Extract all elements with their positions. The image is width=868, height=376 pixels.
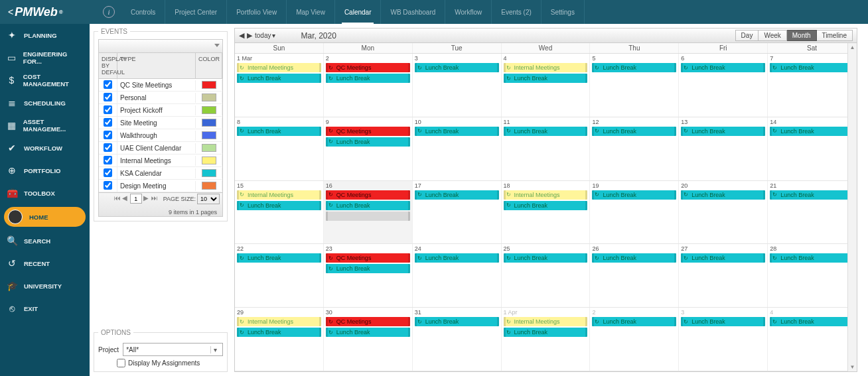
calendar-event[interactable]: ↻Lunch Break <box>592 317 676 326</box>
events-filter-row[interactable] <box>99 40 222 53</box>
calendar-day[interactable]: 1 Mar↻Internal Meetings↻Lunch Break <box>235 54 324 117</box>
calendar-day[interactable]: 4↻Internal Meetings↻Lunch Break <box>502 54 591 117</box>
calendar-day[interactable]: 12↻Lunch Break <box>590 117 679 180</box>
calendar-day[interactable]: 2↻QC Meetings↻Lunch Break <box>324 54 413 117</box>
calendar-event[interactable]: ↻QC Meetings <box>326 63 410 72</box>
col-type[interactable]: TYPE <box>117 53 196 78</box>
events-row[interactable]: Walkthrough <box>99 129 222 142</box>
calendar-day[interactable]: 29↻Internal Meetings↻Lunch Break <box>235 308 324 371</box>
calendar-event[interactable]: ↻QC Meetings <box>326 190 410 200</box>
calendar-event[interactable]: ↻Lunch Break <box>681 317 765 326</box>
calendar-day[interactable]: 18↻Internal Meetings↻Lunch Break <box>502 181 591 244</box>
calendar-day[interactable]: 6↻Lunch Break <box>679 54 768 117</box>
calendar-event[interactable]: ↻Internal Meetings <box>504 63 588 72</box>
calendar-event[interactable]: ↻Lunch Break <box>326 74 410 83</box>
events-row[interactable]: KSA Calendar <box>99 167 222 180</box>
top-tab-calendar[interactable]: Calendar <box>335 0 382 24</box>
calendar-event[interactable]: ↻Internal Meetings <box>504 317 588 326</box>
events-row[interactable]: Internal Meetings <box>99 155 222 167</box>
event-display-checkbox[interactable] <box>104 80 112 89</box>
pager-page-input[interactable] <box>130 194 142 204</box>
today-button[interactable]: today ▾ <box>255 32 275 39</box>
calendar-event[interactable]: ↻QC Meetings <box>326 127 410 136</box>
pager-first-icon[interactable]: ⏮ <box>114 195 121 203</box>
scroll-down-icon[interactable]: ▼ <box>850 364 855 370</box>
scroll-up-icon[interactable]: ▲ <box>850 44 855 50</box>
calendar-day[interactable]: 3↻Lunch Break <box>679 308 768 371</box>
calendar-event[interactable]: ↻Internal Meetings <box>504 190 588 200</box>
sidebar-item-portfolio[interactable]: ⊕PORTFOLIO <box>0 159 90 182</box>
calendar-event[interactable]: ↻Lunch Break <box>504 201 588 210</box>
calendar-day[interactable]: 4↻Lunch Break <box>768 308 857 371</box>
sidebar-item-recent[interactable]: ↺RECENT <box>0 252 90 275</box>
calendar-event[interactable]: ↻Lunch Break <box>415 127 499 136</box>
calendar-event[interactable]: ↻Internal Meetings <box>237 317 321 326</box>
calendar-day[interactable]: 14↻Lunch Break <box>768 117 857 180</box>
calendar-day[interactable]: 19↻Lunch Break <box>590 181 679 244</box>
sidebar-item-planning[interactable]: ✦PLANNING <box>0 24 90 46</box>
calendar-event[interactable]: ↻Lunch Break <box>592 190 676 200</box>
calendar-day[interactable]: 7↻Lunch Break <box>768 54 857 117</box>
calendar-event[interactable]: ↻Lunch Break <box>326 264 410 273</box>
calendar-day[interactable]: 23↻QC Meetings↻Lunch Break <box>324 244 413 307</box>
pager-prev-icon[interactable]: ◀ <box>122 195 129 203</box>
calendar-event[interactable]: ↻Lunch Break <box>681 190 765 200</box>
calendar-event[interactable]: ↻Lunch Break <box>237 328 321 337</box>
sidebar-item-cost-management[interactable]: $COST MANAGEMENT <box>0 69 90 92</box>
calendar-event[interactable]: ↻QC Meetings <box>326 317 410 326</box>
top-tab-workflow[interactable]: Workflow <box>445 0 492 24</box>
sidebar-item-scheduling[interactable]: ≣SCHEDULING <box>0 92 90 114</box>
top-tab-portfolio-view[interactable]: Portfolio View <box>227 0 287 24</box>
calendar-event[interactable]: ↻QC Meetings <box>326 253 410 263</box>
calendar-event[interactable]: ↻Lunch Break <box>592 253 676 263</box>
view-week-button[interactable]: Week <box>759 30 786 41</box>
calendar-event[interactable]: ↻Lunch Break <box>237 127 321 136</box>
view-day-button[interactable]: Day <box>735 30 759 41</box>
calendar-event[interactable]: ↻Lunch Break <box>770 190 854 200</box>
display-assignments-checkbox[interactable]: Display My Assignments <box>117 359 223 367</box>
calendar-event[interactable]: ↻Lunch Break <box>415 317 499 326</box>
calendar-day[interactable]: 26↻Lunch Break <box>590 244 679 307</box>
calendar-event[interactable]: ↻Lunch Break <box>415 253 499 263</box>
calendar-event[interactable]: ↻Lunch Break <box>770 127 854 136</box>
logo[interactable]: < PMWeb ® <box>0 5 90 19</box>
display-assignments-input[interactable] <box>117 359 125 367</box>
calendar-event[interactable]: ↻Lunch Break <box>504 253 588 263</box>
events-row[interactable]: Project Kickoff <box>99 104 222 117</box>
cal-next-icon[interactable]: ▶ <box>247 31 252 40</box>
calendar-day[interactable]: 22↻Lunch Break <box>235 244 324 307</box>
sidebar-item-university[interactable]: 🎓UNIVERSITY <box>0 275 90 297</box>
calendar-day[interactable]: 25↻Lunch Break <box>502 244 591 307</box>
calendar-day[interactable]: 2↻Lunch Break <box>590 308 679 371</box>
calendar-day[interactable]: 13↻Lunch Break <box>679 117 768 180</box>
calendar-event[interactable]: ↻Lunch Break <box>237 253 321 263</box>
calendar-scrollbar[interactable]: ▲ ▼ <box>847 43 857 371</box>
events-row[interactable]: Design Meeting <box>99 180 222 192</box>
calendar-event[interactable] <box>326 212 410 221</box>
calendar-event[interactable]: ↻Lunch Break <box>592 63 676 72</box>
calendar-event[interactable]: ↻Lunch Break <box>326 137 410 147</box>
col-color[interactable]: COLOR <box>196 53 222 78</box>
calendar-day[interactable]: 21↻Lunch Break <box>768 181 857 244</box>
events-row[interactable]: UAE Client Calendar <box>99 142 222 155</box>
top-tab-wb-dashboard[interactable]: WB Dashboard <box>381 0 445 24</box>
col-display[interactable]: DISPLAY BY DEFAUL <box>99 53 117 78</box>
calendar-event[interactable]: ↻Lunch Break <box>415 63 499 72</box>
top-tab-settings[interactable]: Settings <box>542 0 585 24</box>
calendar-event[interactable]: ↻Lunch Break <box>326 328 410 337</box>
calendar-event[interactable]: ↻Lunch Break <box>415 190 499 200</box>
calendar-day[interactable]: 28↻Lunch Break <box>768 244 857 307</box>
calendar-event[interactable]: ↻Lunch Break <box>681 253 765 263</box>
sidebar-item-home[interactable]: HOME <box>4 207 86 227</box>
calendar-day[interactable]: 24↻Lunch Break <box>413 244 502 307</box>
project-select[interactable]: *All* ▾ <box>123 343 223 356</box>
calendar-event[interactable]: ↻Lunch Break <box>504 127 588 136</box>
calendar-day[interactable]: 11↻Lunch Break <box>502 117 591 180</box>
calendar-day[interactable]: 20↻Lunch Break <box>679 181 768 244</box>
event-display-checkbox[interactable] <box>104 118 112 127</box>
calendar-day[interactable]: 10↻Lunch Break <box>413 117 502 180</box>
calendar-day[interactable]: 8↻Lunch Break <box>235 117 324 180</box>
cal-prev-icon[interactable]: ◀ <box>239 31 244 40</box>
pager-next-icon[interactable]: ▶ <box>143 195 150 203</box>
top-tab-events-2-[interactable]: Events (2) <box>492 0 542 24</box>
